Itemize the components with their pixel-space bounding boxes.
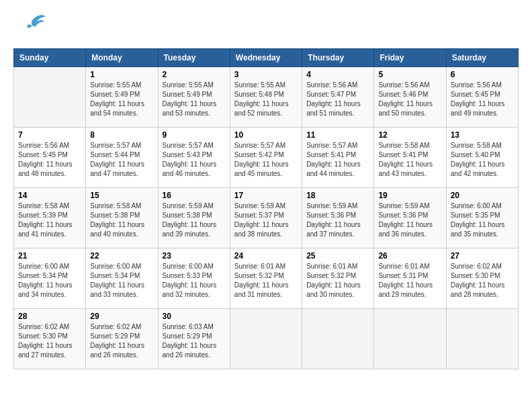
- daylight-text: Daylight: 11 hours and 44 minutes.: [306, 160, 369, 179]
- sunrise-text: Sunrise: 6:01 AM: [306, 262, 369, 271]
- daylight-text: Daylight: 11 hours and 33 minutes.: [90, 281, 153, 300]
- day-number: 27: [451, 251, 514, 261]
- daylight-text: Daylight: 11 hours and 48 minutes.: [18, 160, 81, 179]
- sunrise-text: Sunrise: 5:56 AM: [306, 81, 369, 90]
- calendar-cell: 28 Sunrise: 6:02 AM Sunset: 5:30 PM Dayl…: [14, 309, 86, 369]
- day-number: 30: [163, 312, 226, 321]
- calendar-cell: [230, 309, 302, 369]
- day-info: Sunrise: 5:55 AM Sunset: 5:48 PM Dayligh…: [234, 81, 298, 118]
- calendar-cell: 16 Sunrise: 5:59 AM Sunset: 5:38 PM Dayl…: [158, 188, 230, 248]
- calendar-week-row: 7 Sunrise: 5:56 AM Sunset: 5:45 PM Dayli…: [14, 128, 519, 188]
- sunrise-text: Sunrise: 6:01 AM: [234, 262, 298, 271]
- sunset-text: Sunset: 5:38 PM: [163, 211, 226, 220]
- calendar-week-row: 28 Sunrise: 6:02 AM Sunset: 5:30 PM Dayl…: [14, 309, 519, 369]
- daylight-text: Daylight: 11 hours and 50 minutes.: [378, 99, 441, 118]
- day-info: Sunrise: 5:58 AM Sunset: 5:40 PM Dayligh…: [451, 141, 514, 179]
- day-number: 9: [163, 130, 226, 140]
- sunrise-text: Sunrise: 5:58 AM: [451, 141, 514, 150]
- sunrise-text: Sunrise: 5:56 AM: [378, 81, 441, 90]
- day-info: Sunrise: 5:56 AM Sunset: 5:45 PM Dayligh…: [451, 81, 514, 118]
- day-info: Sunrise: 5:57 AM Sunset: 5:41 PM Dayligh…: [306, 141, 369, 179]
- sunrise-text: Sunrise: 6:02 AM: [90, 322, 153, 332]
- calendar-cell: 15 Sunrise: 5:58 AM Sunset: 5:38 PM Dayl…: [86, 188, 158, 248]
- calendar-cell: 1 Sunrise: 5:55 AM Sunset: 5:49 PM Dayli…: [86, 67, 158, 128]
- calendar-week-row: 14 Sunrise: 5:58 AM Sunset: 5:39 PM Dayl…: [14, 188, 519, 248]
- day-info: Sunrise: 6:00 AM Sunset: 5:35 PM Dayligh…: [451, 201, 514, 239]
- daylight-text: Daylight: 11 hours and 30 minutes.: [306, 281, 369, 300]
- sunrise-text: Sunrise: 6:03 AM: [163, 322, 226, 332]
- calendar-body: 1 Sunrise: 5:55 AM Sunset: 5:49 PM Dayli…: [14, 67, 519, 369]
- daylight-text: Daylight: 11 hours and 29 minutes.: [378, 281, 441, 300]
- day-number: 3: [234, 70, 298, 79]
- calendar-cell: 14 Sunrise: 5:58 AM Sunset: 5:39 PM Dayl…: [14, 188, 86, 248]
- sunset-text: Sunset: 5:31 PM: [378, 271, 441, 281]
- calendar-cell: 3 Sunrise: 5:55 AM Sunset: 5:48 PM Dayli…: [230, 67, 302, 128]
- daylight-text: Daylight: 11 hours and 32 minutes.: [163, 281, 226, 300]
- calendar-cell: 27 Sunrise: 6:02 AM Sunset: 5:30 PM Dayl…: [446, 248, 518, 309]
- day-number: 15: [90, 191, 153, 200]
- daylight-text: Daylight: 11 hours and 26 minutes.: [90, 341, 153, 360]
- day-number: 24: [234, 251, 298, 261]
- sunset-text: Sunset: 5:32 PM: [234, 271, 298, 281]
- calendar-cell: 18 Sunrise: 5:59 AM Sunset: 5:36 PM Dayl…: [302, 188, 374, 248]
- calendar-cell: 30 Sunrise: 6:03 AM Sunset: 5:29 PM Dayl…: [158, 309, 230, 369]
- sunset-text: Sunset: 5:41 PM: [378, 150, 441, 160]
- sunrise-text: Sunrise: 5:57 AM: [163, 141, 226, 150]
- day-info: Sunrise: 5:55 AM Sunset: 5:49 PM Dayligh…: [90, 81, 153, 118]
- calendar-header-row: SundayMondayTuesdayWednesdayThursdayFrid…: [14, 49, 519, 67]
- sunset-text: Sunset: 5:29 PM: [90, 332, 153, 341]
- calendar-cell: 24 Sunrise: 6:01 AM Sunset: 5:32 PM Dayl…: [230, 248, 302, 309]
- day-info: Sunrise: 5:56 AM Sunset: 5:46 PM Dayligh…: [378, 81, 441, 118]
- calendar-table: SundayMondayTuesdayWednesdayThursdayFrid…: [13, 48, 519, 369]
- calendar-cell: [446, 309, 518, 369]
- daylight-text: Daylight: 11 hours and 42 minutes.: [451, 160, 514, 179]
- day-number: 5: [378, 70, 441, 79]
- day-info: Sunrise: 6:01 AM Sunset: 5:32 PM Dayligh…: [306, 262, 369, 300]
- sunset-text: Sunset: 5:36 PM: [378, 211, 441, 220]
- sunset-text: Sunset: 5:32 PM: [306, 271, 369, 281]
- daylight-text: Daylight: 11 hours and 41 minutes.: [18, 220, 81, 239]
- day-header-sunday: Sunday: [14, 49, 86, 67]
- day-number: 19: [378, 191, 441, 200]
- sunset-text: Sunset: 5:44 PM: [90, 150, 153, 160]
- day-info: Sunrise: 5:58 AM Sunset: 5:38 PM Dayligh…: [90, 201, 153, 239]
- calendar-cell: 9 Sunrise: 5:57 AM Sunset: 5:43 PM Dayli…: [158, 128, 230, 188]
- sunset-text: Sunset: 5:39 PM: [18, 211, 81, 220]
- calendar-cell: 7 Sunrise: 5:56 AM Sunset: 5:45 PM Dayli…: [14, 128, 86, 188]
- sunrise-text: Sunrise: 5:58 AM: [378, 141, 441, 150]
- sunset-text: Sunset: 5:47 PM: [306, 90, 369, 99]
- sunrise-text: Sunrise: 6:00 AM: [163, 262, 226, 271]
- day-number: 13: [451, 130, 514, 140]
- sunrise-text: Sunrise: 6:00 AM: [90, 262, 153, 271]
- daylight-text: Daylight: 11 hours and 27 minutes.: [18, 341, 81, 360]
- day-info: Sunrise: 6:03 AM Sunset: 5:29 PM Dayligh…: [163, 322, 226, 360]
- calendar-week-row: 1 Sunrise: 5:55 AM Sunset: 5:49 PM Dayli…: [14, 67, 519, 128]
- sunrise-text: Sunrise: 5:59 AM: [378, 201, 441, 211]
- sunset-text: Sunset: 5:29 PM: [163, 332, 226, 341]
- day-number: 21: [18, 251, 81, 261]
- daylight-text: Daylight: 11 hours and 54 minutes.: [90, 99, 153, 118]
- day-number: 7: [18, 130, 81, 140]
- daylight-text: Daylight: 11 hours and 49 minutes.: [451, 99, 514, 118]
- day-info: Sunrise: 6:02 AM Sunset: 5:30 PM Dayligh…: [451, 262, 514, 300]
- day-info: Sunrise: 5:57 AM Sunset: 5:43 PM Dayligh…: [163, 141, 226, 179]
- calendar-cell: 19 Sunrise: 5:59 AM Sunset: 5:36 PM Dayl…: [374, 188, 446, 248]
- logo: [13, 13, 50, 42]
- daylight-text: Daylight: 11 hours and 52 minutes.: [234, 99, 298, 118]
- day-info: Sunrise: 5:56 AM Sunset: 5:45 PM Dayligh…: [18, 141, 81, 179]
- day-info: Sunrise: 6:02 AM Sunset: 5:30 PM Dayligh…: [18, 322, 81, 360]
- daylight-text: Daylight: 11 hours and 47 minutes.: [90, 160, 153, 179]
- daylight-text: Daylight: 11 hours and 28 minutes.: [451, 281, 514, 300]
- calendar-cell: 2 Sunrise: 5:55 AM Sunset: 5:49 PM Dayli…: [158, 67, 230, 128]
- day-info: Sunrise: 5:59 AM Sunset: 5:37 PM Dayligh…: [234, 201, 298, 239]
- day-number: 26: [378, 251, 441, 261]
- sunrise-text: Sunrise: 5:59 AM: [163, 201, 226, 211]
- sunrise-text: Sunrise: 6:00 AM: [451, 201, 514, 211]
- sunrise-text: Sunrise: 6:02 AM: [18, 322, 81, 332]
- day-header-monday: Monday: [86, 49, 158, 67]
- day-info: Sunrise: 6:01 AM Sunset: 5:32 PM Dayligh…: [234, 262, 298, 300]
- day-info: Sunrise: 6:00 AM Sunset: 5:34 PM Dayligh…: [90, 262, 153, 300]
- sunrise-text: Sunrise: 5:58 AM: [18, 201, 81, 211]
- calendar-cell: [374, 309, 446, 369]
- day-number: 8: [90, 130, 153, 140]
